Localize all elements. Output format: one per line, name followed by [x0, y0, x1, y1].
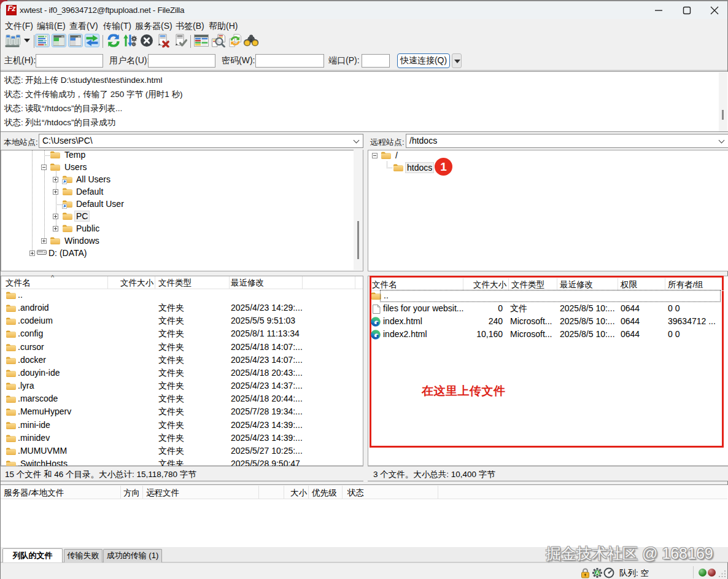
svg-text:A: A [595, 570, 599, 576]
